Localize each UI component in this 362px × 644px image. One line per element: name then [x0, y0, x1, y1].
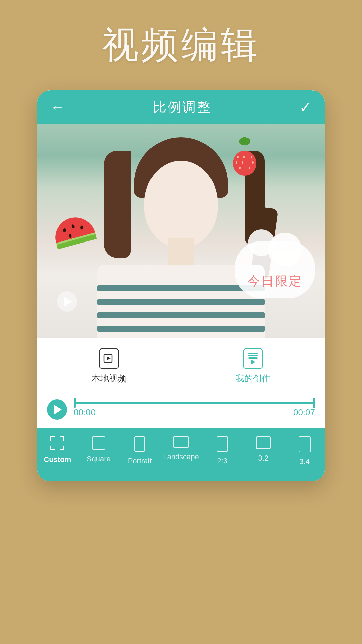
- ratio-label-23: 2:3: [217, 457, 228, 465]
- ratio-icon-34: [299, 436, 311, 452]
- timeline-thumb-right[interactable]: [313, 398, 315, 408]
- local-video-svg: [103, 353, 115, 364]
- card-header: ← 比例调整 ✓: [37, 90, 325, 124]
- my-lines: [248, 353, 258, 359]
- ratio-icon-custom: [50, 436, 64, 450]
- my-line: [248, 355, 258, 356]
- ratio-item-23[interactable]: 2:3: [201, 433, 243, 465]
- stripe: [97, 299, 265, 305]
- timeline-thumb-left[interactable]: [74, 398, 76, 408]
- wm-seed: [71, 224, 75, 229]
- ratio-item-34[interactable]: 3.4: [284, 433, 325, 466]
- corner-tl: [50, 436, 55, 441]
- play-button[interactable]: [57, 291, 77, 312]
- wm-rind: [57, 234, 97, 250]
- timeline-area: 00:00 00:07: [37, 391, 325, 428]
- ratio-label-portrait: Portrait: [128, 457, 152, 465]
- wm-seed: [63, 228, 66, 233]
- watermelon-slice: [51, 213, 97, 249]
- ratio-label-32: 3.2: [258, 454, 268, 463]
- corner-bl: [50, 446, 55, 450]
- hair-left: [104, 151, 131, 258]
- timeline-track[interactable]: [74, 402, 315, 404]
- my-line: [248, 353, 258, 354]
- corner-tr: [60, 436, 64, 441]
- back-button[interactable]: ←: [50, 99, 65, 115]
- timeline-start-time: 00:00: [74, 407, 96, 418]
- s-seed: [243, 156, 245, 158]
- ratio-item-portrait[interactable]: Portrait: [119, 433, 161, 465]
- video-area: 今日限定: [37, 124, 325, 338]
- stripe: [97, 312, 265, 318]
- sticker-watermelon: [54, 218, 94, 261]
- s-seed: [237, 156, 239, 158]
- my-play-icon: [251, 359, 255, 365]
- ratio-item-square[interactable]: Square: [78, 433, 119, 463]
- controls-area: 本地视频 我的创作: [37, 338, 325, 391]
- ratio-icon-square: [92, 436, 105, 450]
- my-creation-control[interactable]: 我的创作: [236, 348, 270, 384]
- corner-br: [60, 446, 64, 450]
- s-seed: [252, 161, 254, 164]
- ratio-label-landscape: Landscape: [163, 452, 199, 461]
- ratio-icon-32: [256, 436, 271, 449]
- play-icon: [64, 297, 72, 307]
- sticker-strawberry: [231, 144, 258, 177]
- timeline-play-icon: [54, 405, 62, 414]
- my-creation-label: 我的创作: [236, 373, 270, 384]
- ratio-label-square: Square: [87, 454, 111, 463]
- stripe: [97, 326, 265, 332]
- header-title: 比例调整: [153, 98, 212, 116]
- s-seed: [251, 156, 252, 158]
- neck: [168, 238, 194, 265]
- svg-marker-1: [107, 357, 111, 360]
- local-video-icon: [99, 348, 119, 369]
- ratio-icon-portrait: [134, 436, 145, 452]
- strawberry-body: [233, 151, 256, 176]
- timeline-end-time: 00:07: [293, 407, 315, 418]
- timeline-track-wrapper: 00:00 00:07: [74, 402, 315, 418]
- face: [144, 161, 218, 248]
- strawberry-seeds: [233, 151, 256, 176]
- play-overlay[interactable]: [57, 291, 77, 312]
- my-line: [248, 357, 258, 359]
- ratio-bar: Custom Square Portrait Landscape 2:3: [37, 428, 325, 481]
- ratio-label-34: 3.4: [299, 457, 310, 466]
- s-seed: [236, 161, 237, 164]
- confirm-button[interactable]: ✓: [299, 99, 312, 116]
- strawberry-center-leaf: [242, 137, 247, 144]
- ratio-item-custom[interactable]: Custom: [37, 433, 78, 464]
- timeline-times: 00:00 00:07: [74, 407, 315, 418]
- timeline-play-button[interactable]: [47, 399, 67, 420]
- local-video-label: 本地视频: [92, 373, 126, 384]
- ratio-item-landscape[interactable]: Landscape: [161, 433, 202, 461]
- my-creation-icon: [243, 348, 263, 369]
- s-seed: [249, 167, 250, 169]
- wm-seed: [80, 225, 83, 229]
- sticker-cloud: 今日限定: [235, 241, 315, 298]
- ratio-item-32[interactable]: 3.2: [243, 433, 284, 463]
- ratio-label-custom: Custom: [44, 455, 71, 464]
- local-video-control[interactable]: 本地视频: [92, 348, 126, 384]
- s-seed: [239, 167, 241, 169]
- page-wrapper: 视频编辑 ← 比例调整 ✓: [0, 0, 362, 644]
- phone-card: ← 比例调整 ✓: [37, 90, 325, 481]
- s-seed: [242, 161, 243, 164]
- app-title: 视频编辑: [102, 20, 260, 70]
- ratio-icon-23: [217, 436, 228, 452]
- cloud-text: 今日限定: [235, 273, 315, 290]
- wm-seed: [68, 234, 72, 238]
- ratio-icon-landscape: [173, 436, 189, 448]
